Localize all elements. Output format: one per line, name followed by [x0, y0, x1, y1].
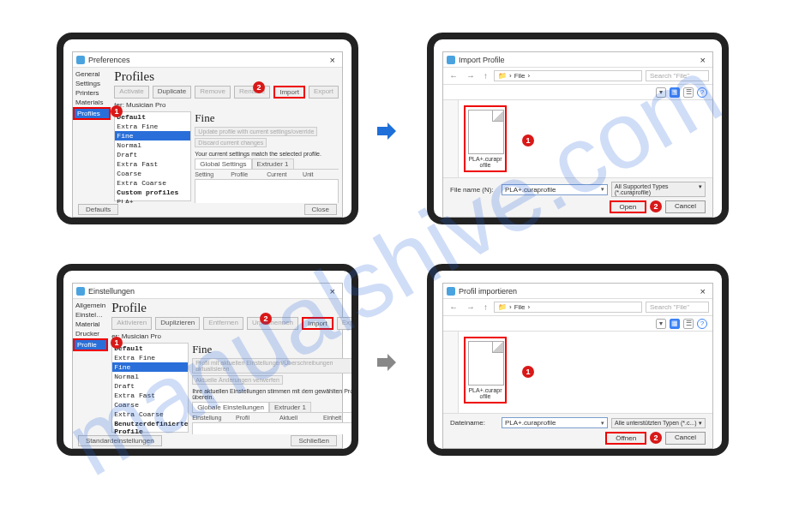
- open-button[interactable]: Open: [610, 200, 647, 213]
- path-segment[interactable]: File: [514, 72, 526, 80]
- printer-label: er: Musician Pro: [108, 332, 358, 341]
- duplicate-button[interactable]: Duplicate: [153, 86, 191, 99]
- nav-fwd-icon[interactable]: →: [464, 302, 478, 312]
- cancel-button[interactable]: Cancel: [665, 200, 706, 213]
- update-profile-button[interactable]: Profil mit aktuellen Einstellungen/Übers…: [192, 358, 358, 374]
- profile-item[interactable]: Draft: [115, 150, 190, 159]
- sidebar-item[interactable]: General: [73, 69, 111, 79]
- profile-item[interactable]: Extra Fine: [112, 353, 188, 362]
- profile-item[interactable]: Normal: [115, 140, 190, 150]
- file-page-icon: [468, 341, 504, 386]
- filetype-filter[interactable]: All Supported Types (*.curaprofile) ▾: [611, 182, 706, 197]
- open-button[interactable]: Öffnen: [605, 432, 646, 445]
- remove-button[interactable]: Entfernen: [203, 317, 243, 330]
- import-button[interactable]: Import: [302, 317, 333, 330]
- filename-input[interactable]: PLA+.curaprofile ▾: [502, 184, 608, 195]
- sidebar-item[interactable]: Settings: [73, 79, 111, 88]
- filetype-filter[interactable]: Alle unterstützten Typen (*.c...) ▾: [611, 418, 706, 428]
- profile-item[interactable]: Extra Fast: [115, 159, 190, 169]
- help-icon[interactable]: ?: [697, 87, 707, 98]
- step-badge-1: 1: [111, 337, 123, 349]
- profile-item-selected[interactable]: Fine: [115, 131, 190, 140]
- close-icon[interactable]: ×: [327, 286, 339, 296]
- profile-item[interactable]: Draft: [112, 381, 188, 391]
- titlebar: Preferences ×: [73, 52, 342, 68]
- defaults-button[interactable]: Standardeinstellungen: [78, 435, 162, 446]
- close-icon[interactable]: ×: [697, 55, 709, 65]
- sidebar-item[interactable]: Drucker: [73, 329, 108, 338]
- discard-changes-button[interactable]: Aktuelle Änderungen verwerfen: [192, 375, 283, 385]
- import-button[interactable]: Import: [273, 86, 305, 99]
- path-box[interactable]: 📁 › File ›: [494, 70, 642, 81]
- nav-up-icon[interactable]: ↑: [481, 71, 490, 81]
- filename-input[interactable]: PLA+.curaprofile ▾: [502, 417, 608, 428]
- dropdown-caret-icon[interactable]: ▾: [601, 420, 604, 427]
- profile-item[interactable]: Extra Coarse: [112, 409, 188, 419]
- search-input[interactable]: Search "File": [646, 302, 709, 313]
- import-en-window: Import Profile × ← → ↑ 📁 › File › Search…: [442, 51, 713, 218]
- svg-marker-0: [377, 123, 396, 140]
- profile-item[interactable]: Extra Coarse: [115, 178, 190, 188]
- step-badge-2: 2: [650, 200, 662, 212]
- view-tiles-button[interactable]: ▦: [670, 319, 680, 329]
- export-button[interactable]: Export: [337, 317, 358, 330]
- close-button[interactable]: Close: [304, 204, 337, 215]
- tablet-prefs-de: Einstellungen × Allgemein Einstel… Mater…: [57, 264, 358, 456]
- discard-changes-button[interactable]: Discard current changes: [195, 138, 267, 147]
- search-input[interactable]: Search "File": [646, 70, 709, 81]
- view-list-button[interactable]: ☰: [683, 319, 694, 329]
- cancel-button[interactable]: Cancel: [665, 432, 706, 445]
- update-profile-button[interactable]: Update profile with current settings/ove…: [195, 127, 317, 136]
- tab-extruder[interactable]: Extruder 1: [269, 402, 311, 412]
- defaults-button[interactable]: Defaults: [78, 204, 118, 215]
- path-segment[interactable]: File: [514, 303, 526, 311]
- profile-item[interactable]: Extra Fine: [115, 122, 190, 131]
- organize-dropdown[interactable]: ▾: [656, 87, 666, 98]
- settings-grid-header: Einstellung Profil Aktuell Einheit: [192, 413, 358, 423]
- profile-item[interactable]: Extra Fast: [112, 391, 188, 400]
- activate-button[interactable]: Aktivieren: [111, 317, 152, 330]
- close-icon[interactable]: ×: [327, 55, 339, 65]
- nav-back-icon[interactable]: ←: [447, 71, 460, 81]
- file-page-icon: [468, 110, 504, 154]
- view-tiles-button[interactable]: ▦: [670, 87, 680, 98]
- sidebar-item[interactable]: Printers: [73, 88, 111, 98]
- folder-icon: 📁: [498, 72, 507, 80]
- filter-text: Alle unterstützten Typen (*.c...): [615, 420, 697, 427]
- duplicate-button[interactable]: Duplizieren: [155, 317, 200, 330]
- file-item[interactable]: PLA+.curaprofile: [464, 105, 507, 172]
- path-box[interactable]: 📁 › File ›: [494, 302, 642, 313]
- profile-item[interactable]: Coarse: [115, 169, 190, 178]
- sidebar-item[interactable]: Einstel…: [73, 310, 108, 320]
- sidebar-item[interactable]: Material: [73, 320, 108, 329]
- nav-back-icon[interactable]: ←: [447, 302, 460, 312]
- sidebar-item[interactable]: Allgemein: [73, 301, 108, 310]
- activate-button[interactable]: Activate: [114, 86, 148, 99]
- sidebar-item-profiles[interactable]: Profiles: [73, 107, 111, 120]
- profile-item-selected[interactable]: Fine: [112, 362, 188, 372]
- rename-button[interactable]: Umbenennen: [247, 317, 298, 330]
- view-list-button[interactable]: ☰: [683, 87, 694, 98]
- sidebar-item[interactable]: Materials: [73, 98, 111, 107]
- col-profile: Profile: [231, 171, 267, 177]
- tab-extruder[interactable]: Extruder 1: [252, 158, 294, 169]
- profile-item[interactable]: Coarse: [112, 400, 188, 409]
- remove-button[interactable]: Remove: [195, 86, 231, 99]
- profile-item[interactable]: Normal: [112, 372, 188, 381]
- close-button[interactable]: Schließen: [291, 435, 337, 446]
- nav-up-icon[interactable]: ↑: [481, 302, 490, 312]
- file-item[interactable]: PLA+.curaprofile: [464, 337, 507, 403]
- list-header-default: Default: [115, 112, 190, 122]
- profile-item[interactable]: PLA+: [115, 197, 190, 203]
- sidebar-item-profile[interactable]: Profile: [73, 338, 108, 351]
- help-icon[interactable]: ?: [697, 319, 707, 329]
- export-button[interactable]: Export: [309, 86, 339, 99]
- organize-dropdown[interactable]: ▾: [656, 319, 666, 329]
- dropdown-caret-icon[interactable]: ▾: [601, 186, 604, 193]
- section-heading: Profiles: [111, 68, 342, 84]
- filename-label: File name (N):: [450, 186, 498, 194]
- nav-fwd-icon[interactable]: →: [464, 71, 478, 81]
- close-icon[interactable]: ×: [697, 286, 709, 296]
- tab-global-settings[interactable]: Globale Einstellungen: [192, 402, 269, 412]
- tab-global-settings[interactable]: Global Settings: [195, 158, 251, 169]
